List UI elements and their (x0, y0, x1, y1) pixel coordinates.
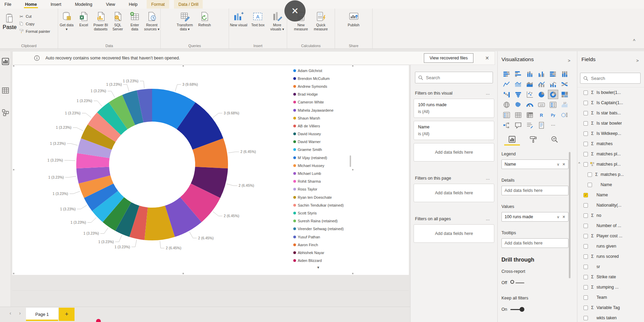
legend-item[interactable]: David Warner (293, 138, 362, 146)
field-checkbox[interactable] (583, 101, 588, 105)
field-checkbox[interactable] (583, 213, 588, 218)
legend-item[interactable]: Mahela Jayawardene (293, 106, 362, 114)
field-checkbox[interactable] (583, 275, 588, 279)
visual-resize-handle[interactable] (182, 65, 184, 67)
toggle-off-control[interactable] (510, 280, 526, 285)
visual-resize-handle[interactable] (182, 272, 184, 275)
field-row-team[interactable]: ΣTeam (577, 292, 644, 303)
line-clustered-column-chart-icon[interactable] (548, 80, 558, 89)
scatter-chart-icon[interactable] (525, 90, 535, 99)
analytics-tab[interactable] (544, 135, 565, 145)
add-data-fields-dropzone[interactable]: Add data fields here (414, 184, 494, 202)
field-checkbox[interactable] (583, 316, 588, 320)
legend-overflow-icon[interactable]: ▾ (317, 265, 319, 270)
waterfall-chart-icon[interactable] (501, 90, 512, 99)
recent-sources-button[interactable]: Recent sources ▾ (144, 11, 160, 31)
more-visual-types-icon[interactable]: ⋯ (548, 121, 558, 130)
legend-scrollbar[interactable] (350, 155, 351, 167)
donut-chart-visual[interactable]: 3 (9.68%)3 (9.68%)2 (6.45%)2 (6.45%)2 (6… (14, 66, 353, 274)
remove-field-icon[interactable]: ✕ (562, 215, 565, 219)
field-row-wkts-taken[interactable]: Σwkts taken (577, 313, 644, 322)
field-checkbox[interactable] (583, 152, 588, 156)
new-visual-button[interactable]: New visual (229, 11, 248, 27)
field-checkbox[interactable] (583, 131, 588, 136)
legend-item[interactable]: Adam Gilchrist (293, 67, 362, 74)
field-row-is-star-bowler[interactable]: ΣIs star bowler (577, 118, 644, 128)
legend-item[interactable]: Ross Taylor (293, 185, 362, 193)
treemap-icon[interactable] (560, 90, 570, 99)
ribbon-tab-home[interactable]: Home (21, 0, 41, 9)
gauge-icon[interactable] (525, 100, 535, 109)
slicer-icon[interactable] (501, 110, 512, 120)
field-checkbox[interactable] (583, 254, 588, 259)
filters-search-input[interactable] (426, 75, 490, 80)
field-row-runs-given[interactable]: Σruns given (577, 241, 644, 251)
qa-visual-icon[interactable] (513, 121, 523, 130)
overlay-close-button[interactable]: ✕ (284, 0, 306, 22)
ribbon-tab-insert[interactable]: Insert (46, 0, 66, 9)
fields-search-box[interactable] (580, 73, 641, 84)
field-checkbox[interactable] (583, 285, 588, 290)
line-stacked-column-chart-icon[interactable] (536, 80, 547, 89)
get-data-button[interactable]: Get data ▾ (58, 11, 75, 31)
field-checkbox[interactable] (583, 306, 588, 310)
field-row-is-wktkeep[interactable]: ΣIs Wktkeep... (577, 128, 644, 139)
field-checkbox[interactable]: ✓ (583, 193, 588, 197)
field-row-runs-scored[interactable]: Σruns scored (577, 251, 644, 262)
python-visual-icon[interactable]: Py (548, 110, 558, 120)
legend-item[interactable]: Graeme Smith (293, 146, 362, 154)
toggle-on-control[interactable] (510, 307, 526, 312)
visual-resize-handle[interactable] (13, 272, 15, 275)
field-checkbox[interactable] (583, 234, 588, 238)
filters-search-box[interactable] (415, 72, 493, 83)
legend-item[interactable]: AB de Villiers (293, 122, 362, 130)
excel-button[interactable]: Excel (76, 11, 92, 27)
details-field-well[interactable]: Add data fields here (501, 186, 568, 195)
cross-report-toggle[interactable]: Off (501, 280, 577, 285)
filter-card-name[interactable]: Nameis (All) (414, 121, 494, 140)
format-tab[interactable] (523, 135, 544, 145)
field-row-player-cost[interactable]: ΣPlayer cost ... (577, 231, 644, 241)
smart-narrative-icon[interactable] (525, 121, 535, 130)
field-checkbox[interactable] (583, 121, 588, 126)
format-painter-button[interactable]: Format painter (18, 28, 50, 35)
field-checkbox[interactable] (583, 111, 588, 115)
ribbon-tab-file[interactable]: File (0, 0, 16, 9)
legend-item[interactable]: Ryan ten Doeschate (293, 193, 362, 201)
legend-item[interactable]: Andrew Symonds (293, 82, 362, 90)
visual-resize-handle[interactable] (352, 272, 354, 275)
filter-card-100-runs-made[interactable]: 100 runs madeis (All) (414, 99, 494, 118)
refresh-button[interactable]: Refresh (195, 11, 214, 27)
values-field-dropdown[interactable]: 100 runs made ∨✕ (501, 212, 568, 222)
section-menu-icon[interactable]: … (486, 91, 490, 96)
matrix-icon[interactable] (525, 110, 535, 120)
field-row-sr[interactable]: Σsr (577, 262, 644, 272)
100-stacked-bar-chart-icon[interactable] (548, 69, 558, 79)
ribbon-chart-icon[interactable] (560, 80, 570, 89)
cut-button[interactable]: ✂Cut (18, 13, 50, 20)
visualizations-scrollbar[interactable] (569, 152, 571, 278)
table-icon[interactable] (513, 110, 523, 120)
legend-item[interactable]: Michael Hussey (293, 162, 362, 169)
field-row-stumping[interactable]: Σstumping ... (577, 282, 644, 292)
field-row-is-star-bats[interactable]: ΣIs star bats... (577, 108, 644, 118)
stacked-column-chart-icon[interactable] (525, 69, 535, 79)
legend-field-dropdown[interactable]: Name ∨✕ (501, 159, 568, 169)
collapse-caret-icon[interactable]: ^ (578, 162, 580, 166)
publish-button[interactable]: Publish (344, 11, 363, 27)
legend-item[interactable]: Michael Lumb (293, 169, 362, 177)
collapse-fields-icon[interactable]: > (636, 58, 639, 63)
legend-item[interactable]: Shaun Marsh (293, 114, 362, 122)
fields-search-input[interactable] (591, 76, 638, 81)
funnel-chart-icon[interactable] (513, 90, 523, 99)
legend-item[interactable]: M Vijay (retained) (293, 154, 362, 162)
legend-item[interactable]: Abhishek Nayar (293, 249, 362, 256)
legend-item[interactable]: Scott Styris (293, 209, 362, 217)
fields-tab[interactable] (501, 135, 523, 145)
text-box-button[interactable]: AText box (249, 11, 267, 27)
next-page-icon[interactable]: › (19, 310, 21, 316)
100-stacked-column-chart-icon[interactable] (560, 69, 570, 79)
keep-all-filters-toggle[interactable]: On (501, 307, 577, 312)
kpi-icon[interactable]: 12 (560, 100, 570, 109)
add-page-button[interactable]: + (59, 308, 75, 321)
